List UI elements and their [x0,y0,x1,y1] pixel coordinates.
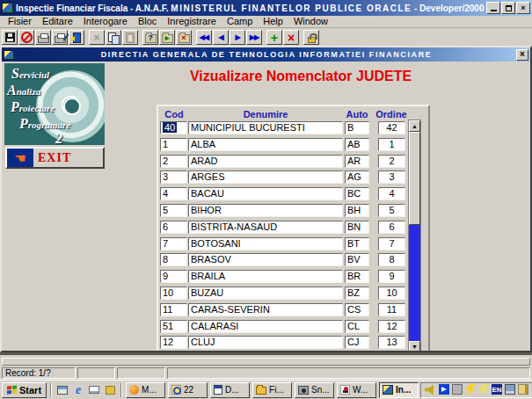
scroll-down-button[interactable]: ▼ [409,341,420,351]
menu-item-camp[interactable]: Camp [222,16,258,27]
auto-field[interactable]: BH [345,204,369,217]
denumire-field[interactable]: BUZAU [188,287,343,300]
record-scrollbar[interactable]: ▲ ▼ [408,120,421,351]
ordine-field[interactable]: 4 [378,187,405,200]
enter-query-button[interactable]: ? [142,30,158,45]
denumire-field[interactable]: ALBA [188,138,343,151]
form-window-close-button[interactable]: × [516,49,528,61]
outlook-icon[interactable] [87,383,101,396]
ordine-field[interactable]: 13 [378,336,405,349]
cut-button[interactable]: × [89,30,105,45]
first-record-button[interactable]: ◀◀ [196,30,212,45]
auto-field[interactable]: CS [345,303,369,316]
ordine-field[interactable]: 11 [378,303,405,316]
save-button[interactable] [2,30,18,45]
next-record-button[interactable]: ▶ [230,30,245,45]
denumire-field[interactable]: BACAU [188,187,343,200]
auto-field[interactable]: BN [345,221,369,234]
denumire-field[interactable]: MUNICIPIUL BUCURESTI [188,121,343,134]
paste-button[interactable] [122,30,138,45]
cod-field[interactable]: 40 [160,121,187,134]
scrollbar-thumb[interactable] [409,132,420,225]
menu-item-help[interactable]: Help [258,16,288,27]
auto-field[interactable]: BV [345,253,369,266]
denumire-field[interactable]: BISTRITA-NASAUD [188,221,343,234]
menu-item-fisier[interactable]: Fisier [3,16,37,27]
denumire-field[interactable]: BIHOR [188,204,343,217]
restore-button[interactable] [501,2,515,14]
winzip-icon[interactable] [103,383,117,396]
denumire-field[interactable]: CLUJ [188,336,343,349]
delete-record-button[interactable]: × [283,30,299,45]
print-setup-button[interactable] [52,30,68,45]
task-files[interactable]: Fi... [252,382,292,398]
cod-field[interactable]: 9 [160,270,187,283]
tray-tool-icon-2[interactable] [478,384,489,395]
ordine-field[interactable]: 5 [378,204,405,217]
menu-item-interogare[interactable]: Interogare [78,16,133,27]
network-icon[interactable] [452,384,463,395]
auto-field[interactable]: BT [345,237,369,250]
scroll-up-button[interactable]: ▲ [409,120,420,132]
auto-field[interactable]: BZ [345,287,369,300]
cod-field[interactable]: 6 [160,221,187,234]
ordine-field[interactable]: 6 [378,221,405,234]
cod-field[interactable]: 2 [160,155,187,168]
insert-record-button[interactable]: + [266,30,282,45]
previous-record-button[interactable]: ◀ [213,30,229,45]
cod-field[interactable]: 8 [160,253,187,266]
ordine-field[interactable]: 12 [378,320,405,333]
cod-field[interactable]: 7 [160,237,187,250]
ordine-field[interactable]: 9 [378,270,405,283]
task-search[interactable]: 22 [168,382,208,398]
cod-field[interactable]: 1 [160,138,187,151]
tray-tool-icon-1[interactable] [465,384,476,395]
lock-record-button[interactable] [303,30,319,45]
cod-field[interactable]: 11 [160,303,187,316]
auto-field[interactable]: BR [345,270,369,283]
denumire-field[interactable]: BRASOV [188,253,343,266]
auto-field[interactable]: CJ [345,336,369,349]
internet-explorer-icon[interactable]: e [71,383,85,396]
ordine-field[interactable]: 42 [378,121,405,134]
auto-field[interactable]: AG [345,170,369,184]
exit-door-button[interactable] [69,30,84,45]
task-winhelp[interactable]: W... [337,382,376,398]
auto-field[interactable]: AB [345,138,369,151]
logoff-icon[interactable] [518,384,528,395]
display-icon[interactable] [505,384,515,395]
ordine-field[interactable]: 7 [378,237,405,250]
start-button[interactable]: Start [2,382,47,398]
auto-field[interactable]: B [345,121,369,134]
cod-field[interactable]: 3 [160,170,187,184]
ordine-field[interactable]: 3 [378,170,405,184]
cod-field[interactable]: 5 [160,204,187,217]
show-desktop-icon[interactable] [55,383,69,396]
language-indicator[interactable]: EN [492,384,502,395]
denumire-field[interactable]: BOTOSANI [188,237,343,250]
task-snagit[interactable]: Sn... [295,382,334,398]
task-media[interactable]: M... [126,382,165,398]
cod-field[interactable]: 12 [160,336,187,349]
close-button[interactable]: × [516,2,530,14]
minimize-button[interactable] [486,2,500,14]
print-button[interactable] [35,30,51,45]
menu-item-window[interactable]: Window [288,16,333,27]
cancel-button[interactable] [18,30,34,45]
auto-field[interactable]: BC [345,187,369,200]
last-record-button[interactable]: ▶▶ [246,30,262,45]
execute-query-button[interactable]: ▸ [159,30,175,45]
denumire-field[interactable]: CARAS-SEVERIN [188,303,343,316]
exit-button[interactable]: ☚ EXIT [5,147,105,169]
auto-field[interactable]: AR [345,155,369,168]
menu-item-inregistrare[interactable]: Inregistrare [162,16,222,27]
copy-button[interactable] [106,30,121,45]
cod-field[interactable]: 10 [160,287,187,300]
denumire-field[interactable]: ARAD [188,155,343,168]
task-document[interactable]: D... [210,382,250,398]
player-icon[interactable] [439,384,449,395]
cancel-query-button[interactable]: × [176,30,192,45]
denumire-field[interactable]: ARGES [188,170,343,184]
auto-field[interactable]: CL [345,320,369,333]
ordine-field[interactable]: 10 [378,287,405,300]
